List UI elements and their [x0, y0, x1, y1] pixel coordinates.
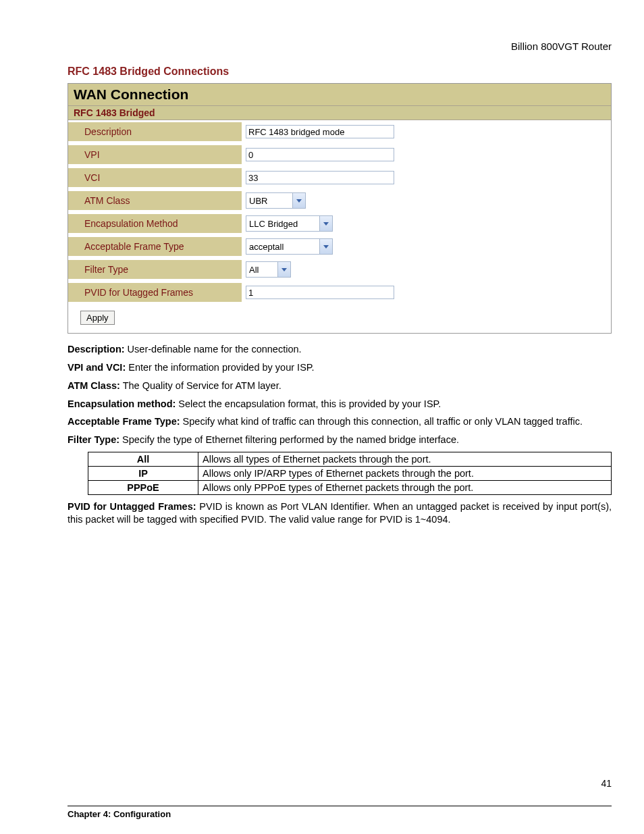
table-row: All Allows all types of Ethernet packets…: [88, 452, 612, 467]
row-filter-type: Filter Type All: [68, 258, 611, 281]
chevron-down-icon: [277, 262, 290, 277]
frame-type-select[interactable]: acceptall: [246, 238, 333, 255]
label-vpi: VPI: [68, 149, 242, 160]
desc-pvid-key: PVID for Untagged Frames:: [68, 501, 196, 512]
filter-key-pppoe: PPPoE: [88, 481, 198, 495]
filter-type-value: All: [246, 265, 277, 275]
desc-frame-type: Acceptable Frame Type: Specify what kind…: [68, 415, 612, 428]
desc-filter-type-key: Filter Type:: [68, 434, 119, 445]
desc-filter-type-text: Specify the type of Ethernet filtering p…: [119, 434, 459, 445]
desc-atm-class-key: ATM Class:: [68, 380, 120, 391]
desc-vpi-vci-key: VPI and VCI:: [68, 362, 126, 373]
desc-atm-class: ATM Class: The Quality of Service for AT…: [68, 380, 612, 392]
filter-desc-pppoe: Allows only PPPoE types of Ethernet pack…: [198, 481, 612, 495]
filter-type-select[interactable]: All: [246, 261, 291, 278]
row-pvid: PVID for Utagged Frames: [68, 281, 611, 304]
desc-encap-key: Encapsulation method:: [68, 398, 176, 409]
desc-vpi-vci: VPI and VCI: Enter the information provi…: [68, 361, 612, 374]
chevron-down-icon: [319, 216, 332, 231]
table-row: PPPoE Allows only PPPoE types of Etherne…: [88, 481, 612, 495]
desc-encap-text: Select the encapsulation format, this is…: [176, 398, 441, 409]
atm-class-select[interactable]: UBR: [246, 192, 306, 209]
panel-main-title: WAN Connection: [74, 86, 188, 102]
label-encap: Encapsulation Method: [68, 218, 242, 229]
filter-type-table: All Allows all types of Ethernet packets…: [88, 452, 612, 495]
row-vpi: VPI: [68, 143, 611, 166]
wan-connection-panel: WAN Connection RFC 1483 Bridged Descript…: [68, 83, 612, 334]
router-name-header: Billion 800VGT Router: [68, 41, 612, 52]
label-filter-type: Filter Type: [68, 264, 242, 275]
page-footer: 41 Chapter 4: Configuration: [68, 793, 612, 819]
desc-description: Description: User-definable name for the…: [68, 343, 612, 356]
desc-pvid: PVID for Untagged Frames: PVID is known …: [68, 500, 612, 526]
filter-key-all: All: [88, 452, 198, 467]
encap-select[interactable]: LLC Bridged: [246, 215, 333, 232]
filter-desc-all: Allows all types of Ethernet packets thr…: [198, 452, 612, 467]
row-description: Description: [68, 120, 611, 143]
filter-key-ip: IP: [88, 467, 198, 481]
chevron-down-icon: [292, 193, 305, 208]
label-vci: VCI: [68, 172, 242, 183]
label-pvid: PVID for Utagged Frames: [68, 287, 242, 298]
label-frame-type: Acceptable Frame Type: [68, 241, 242, 252]
atm-class-value: UBR: [246, 196, 292, 206]
chapter-label: Chapter 4: Configuration: [68, 809, 171, 819]
panel-sub-title: RFC 1483 Bridged: [68, 106, 611, 120]
vpi-input[interactable]: [246, 148, 394, 161]
row-atm-class: ATM Class UBR: [68, 189, 611, 212]
row-vci: VCI: [68, 166, 611, 189]
vci-input[interactable]: [246, 171, 394, 184]
label-atm-class: ATM Class: [68, 195, 242, 206]
encap-value: LLC Bridged: [246, 219, 319, 229]
row-encap: Encapsulation Method LLC Bridged: [68, 212, 611, 235]
desc-atm-class-text: The Quality of Service for ATM layer.: [120, 380, 281, 391]
description-input[interactable]: [246, 125, 394, 138]
desc-description-text: User-definable name for the connection.: [125, 344, 302, 355]
desc-filter-type: Filter Type: Specify the type of Etherne…: [68, 434, 612, 446]
desc-encap: Encapsulation method: Select the encapsu…: [68, 398, 612, 411]
table-row: IP Allows only IP/ARP types of Ethernet …: [88, 467, 612, 481]
desc-frame-type-key: Acceptable Frame Type:: [68, 416, 180, 427]
desc-vpi-vci-text: Enter the information provided by your I…: [126, 362, 314, 373]
page-number: 41: [601, 778, 612, 789]
desc-description-key: Description:: [68, 344, 125, 355]
row-frame-type: Acceptable Frame Type acceptall: [68, 235, 611, 258]
label-description: Description: [68, 126, 242, 137]
section-title: RFC 1483 Bridged Connections: [68, 66, 612, 78]
pvid-input[interactable]: [246, 286, 394, 299]
filter-desc-ip: Allows only IP/ARP types of Ethernet pac…: [198, 467, 612, 481]
desc-frame-type-text: Specify what kind of traffic can through…: [180, 416, 583, 427]
apply-button[interactable]: Apply: [80, 311, 115, 325]
chevron-down-icon: [319, 239, 332, 254]
frame-type-value: acceptall: [246, 242, 319, 252]
